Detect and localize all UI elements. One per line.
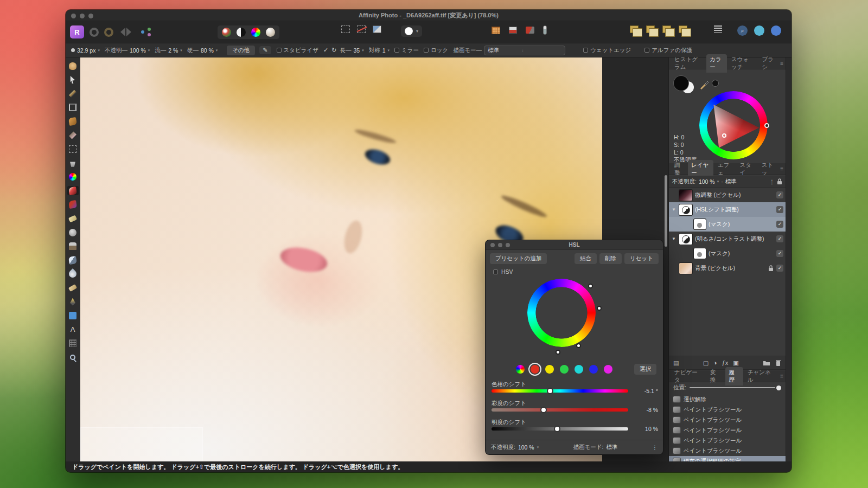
foreground-color-swatch[interactable] (674, 76, 688, 91)
luminosity-shift-thumb[interactable] (554, 426, 560, 432)
length-field[interactable]: 長— 35 ▾ (340, 47, 363, 54)
symmetry-field[interactable]: 対称 1 ▾ (369, 47, 390, 54)
pixel-grid-icon[interactable] (492, 27, 500, 34)
saturation-shift-thumb[interactable] (540, 407, 547, 413)
affinity-photo-logo-icon[interactable]: R (70, 25, 84, 38)
hue-node[interactable] (764, 123, 769, 128)
layer-row[interactable]: 微調整 (ピクセル) ✓ (669, 188, 786, 202)
brush-width-field[interactable]: 32.9 px ▾ (71, 47, 100, 54)
layer-visibility-checkbox[interactable]: ✓ (776, 250, 783, 257)
hsv-checkbox[interactable]: HSV (486, 264, 663, 275)
develop-persona-icon[interactable] (104, 28, 113, 37)
mask-thumbnail[interactable] (694, 219, 706, 229)
add-adjustment-icon[interactable]: ◑ (713, 359, 717, 366)
paint-brush-tool[interactable] (67, 186, 79, 195)
adjustment-layer-thumbnail[interactable] (679, 204, 692, 215)
preview-icon[interactable] (771, 25, 781, 36)
minimize-button[interactable] (498, 243, 502, 247)
flood-fill-tool[interactable] (67, 158, 79, 168)
zoom-button[interactable] (88, 14, 93, 18)
blue-channel-dot[interactable] (589, 365, 598, 374)
layer-visibility-checkbox[interactable]: ✓ (776, 221, 783, 228)
noise-swatch-icon[interactable] (712, 80, 718, 86)
layer-row-selected[interactable]: ▼ (HSLシフト調整) ✓ (669, 202, 786, 217)
levels-icon[interactable] (266, 28, 275, 37)
move-to-back-icon[interactable] (679, 25, 687, 33)
mask-thumbnail[interactable] (694, 248, 706, 259)
panel-menu-icon[interactable]: ≡ (780, 166, 783, 172)
blend-mode-dropdown[interactable]: 標準 ⋮ (484, 46, 565, 55)
expand-icon[interactable]: ▼ (671, 236, 676, 241)
text-tool[interactable]: A (67, 325, 79, 334)
photo-persona-icon[interactable] (90, 28, 99, 37)
history-item[interactable]: ペイントブラシツール (669, 446, 786, 456)
merge-button[interactable]: 結合 (575, 253, 597, 264)
layer-thumbnail[interactable] (679, 190, 692, 201)
magenta-channel-dot[interactable] (604, 365, 612, 374)
add-pixel-layer-icon[interactable]: ▢ (703, 359, 709, 367)
expand-icon[interactable]: ▼ (671, 207, 676, 212)
mesh-warp-tool[interactable] (67, 339, 79, 348)
window-stabilizer-icon[interactable]: ↻ (331, 47, 336, 54)
add-mask-icon[interactable]: ▣ (733, 359, 738, 367)
zoom-button[interactable] (506, 243, 510, 247)
pen-tool[interactable] (67, 297, 79, 306)
dodge-tool[interactable] (67, 228, 79, 237)
more-button[interactable]: その他 (227, 46, 255, 55)
yellow-channel-dot[interactable] (545, 365, 554, 374)
panel-menu-icon[interactable]: ≡ (780, 373, 783, 379)
delete-button[interactable]: 削除 (599, 253, 622, 264)
history-item[interactable]: 選択解除 (669, 394, 786, 404)
hardness-field[interactable]: 硬— 80 % ▾ (187, 47, 218, 54)
cyan-channel-dot[interactable] (575, 365, 583, 374)
marquee-select-tool[interactable] (67, 145, 79, 154)
add-preset-button[interactable]: プリセットの追加 (490, 253, 547, 264)
color-marker[interactable] (722, 133, 726, 138)
saturation-shift-value[interactable]: -8 % (632, 407, 658, 413)
crop-tool[interactable] (67, 103, 79, 112)
hue-shift-value[interactable]: -5.1 ° (632, 388, 658, 394)
smudge-tool[interactable] (67, 269, 79, 279)
lock-checkbox[interactable]: ロック (424, 47, 448, 54)
hue-range-node[interactable] (556, 350, 560, 355)
clone-tool[interactable] (67, 242, 79, 251)
history-position-slider[interactable] (690, 387, 775, 388)
move-to-front-icon[interactable] (630, 25, 639, 33)
green-channel-dot[interactable] (560, 365, 569, 374)
export-persona-icon[interactable] (141, 28, 151, 36)
deselect-icon[interactable] (357, 25, 366, 33)
flow-field[interactable]: 流— 2 % ▾ (155, 47, 182, 54)
history-item[interactable]: ペイントブラシツール (669, 415, 786, 425)
blur-tool[interactable] (67, 255, 79, 265)
hue-shift-slider[interactable] (492, 389, 628, 393)
move-backward-icon[interactable] (662, 25, 671, 33)
color-picker-tool[interactable] (67, 89, 79, 98)
layers-blend-mode[interactable]: 標準 (725, 178, 737, 185)
cycle-view-icon[interactable] (754, 25, 764, 36)
close-button[interactable] (71, 14, 76, 18)
flood-select-tool[interactable] (67, 131, 79, 140)
hue-range-node[interactable] (597, 306, 602, 311)
layer-row-mask[interactable]: (マスク) ✓ (669, 246, 786, 261)
layer-visibility-checkbox[interactable]: ✓ (776, 265, 783, 272)
luminosity-shift-value[interactable]: 10 % (632, 426, 658, 432)
select-all-icon[interactable] (341, 25, 350, 33)
vial-icon[interactable] (543, 25, 547, 35)
rope-stabilizer-icon[interactable]: ✓ (323, 47, 328, 54)
history-item[interactable]: ペイントブラシツール (669, 404, 786, 415)
layers-opacity-value[interactable]: 100 % (699, 178, 715, 185)
move-forward-icon[interactable] (646, 25, 655, 33)
layer-row-background[interactable]: 背景 (ピクセル) ✓ (669, 261, 786, 275)
layer-visibility-checkbox[interactable]: ✓ (776, 206, 783, 213)
new-group-folder-icon[interactable] (763, 359, 770, 366)
brush-preview-dropdown[interactable]: ▾ (401, 25, 422, 37)
blend-options-icon[interactable]: ⋮ (652, 444, 658, 451)
layer-thumbnail[interactable] (679, 263, 692, 274)
layer-row-mask-selected[interactable]: (マスク) ✓ (669, 217, 786, 232)
delete-trash-icon[interactable] (775, 359, 781, 367)
zoom-tool[interactable] (67, 352, 79, 362)
chevron-down-icon[interactable]: ▾ (717, 179, 719, 184)
brush-editor-icon[interactable]: ✎ (259, 46, 271, 54)
healing-tool[interactable] (67, 284, 79, 293)
layer-row[interactable]: ▼ (明るさ/コントラスト調整) ✓ (669, 232, 786, 246)
